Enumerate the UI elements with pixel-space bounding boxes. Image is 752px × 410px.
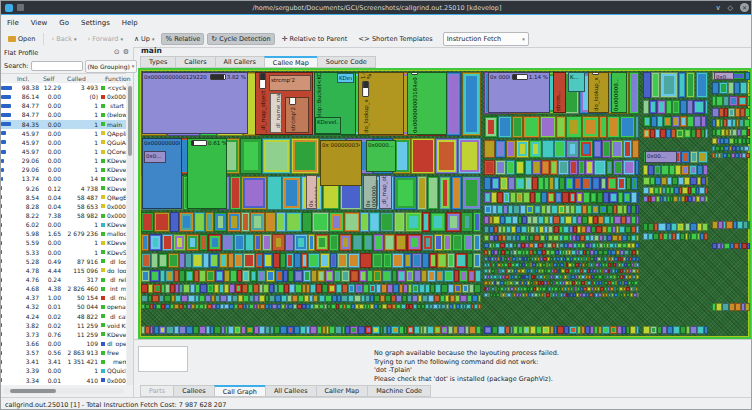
column-function[interactable]: Function (105, 75, 131, 82)
minimize-button[interactable]: ∨ (715, 4, 720, 12)
treemap-cell[interactable] (686, 72, 695, 98)
table-row[interactable]: 4.784.44115 096do_lookup... (1, 266, 126, 275)
treemap-cell[interactable] (677, 223, 685, 231)
treemap-cell[interactable] (716, 96, 723, 106)
treemap-cell[interactable] (523, 116, 540, 138)
treemap-cell[interactable] (454, 284, 461, 293)
treemap-cell[interactable] (391, 326, 399, 334)
up-button[interactable]: ∧ Up ▾ (130, 33, 159, 45)
treemap-cell[interactable] (301, 253, 308, 268)
treemap-cell[interactable] (412, 253, 422, 268)
treemap-cell[interactable] (141, 212, 154, 232)
treemap-cell[interactable] (623, 192, 631, 203)
treemap-function-block[interactable]: 0x 000000... (306, 175, 317, 209)
treemap-cell[interactable] (703, 165, 708, 175)
treemap-cell[interactable] (154, 212, 170, 232)
table-row[interactable]: 45.970.001QCoreAppl... (1, 147, 126, 156)
treemap-cell[interactable] (681, 151, 690, 163)
treemap-cell[interactable] (434, 234, 443, 251)
treemap-cell[interactable] (474, 284, 481, 293)
treemap-cell[interactable] (705, 100, 708, 114)
treemap-cell[interactable] (168, 253, 179, 268)
treemap-cell[interactable] (463, 234, 473, 251)
treemap-cell[interactable] (341, 270, 350, 282)
treemap-cell[interactable] (227, 212, 240, 232)
treemap-cell[interactable] (350, 326, 358, 334)
treemap-cell[interactable] (599, 116, 607, 138)
treemap-cell[interactable] (183, 284, 189, 293)
treemap-cell[interactable] (562, 192, 569, 203)
forward-button[interactable]: › Forward ▾ (83, 33, 126, 45)
treemap-cell[interactable] (443, 234, 452, 251)
treemap-cell[interactable] (744, 119, 750, 127)
treemap-cell[interactable] (590, 192, 597, 203)
treemap-cell[interactable] (532, 160, 541, 175)
treemap-cell[interactable] (339, 234, 351, 251)
treemap-cell[interactable] (427, 176, 439, 210)
treemap-cell[interactable] (437, 253, 447, 268)
treemap-cell[interactable] (452, 234, 463, 251)
treemap-cell[interactable] (498, 116, 512, 138)
treemap-cell[interactable] (636, 257, 638, 261)
treemap-cell[interactable] (534, 205, 542, 214)
treemap-cell[interactable] (181, 295, 188, 302)
treemap-cell[interactable] (660, 129, 667, 138)
treemap-cell[interactable] (303, 270, 312, 282)
treemap-cell[interactable] (722, 303, 729, 311)
treemap-cell[interactable] (447, 253, 455, 268)
treemap-cell[interactable] (738, 96, 747, 106)
treemap-cell[interactable] (350, 270, 359, 282)
treemap-function-block[interactable]: strcmp'20.43 % (285, 97, 309, 133)
treemap-cell[interactable] (529, 140, 541, 158)
treemap-function-block[interactable]: 0x 000000... (363, 175, 377, 209)
treemap-cell[interactable] (696, 72, 708, 98)
treemap-cell[interactable] (636, 263, 639, 267)
treemap-cell[interactable] (690, 177, 697, 185)
treemap-cell[interactable] (704, 233, 708, 240)
treemap-cell[interactable] (551, 205, 558, 214)
treemap-cell[interactable] (141, 253, 151, 268)
grouping-select[interactable]: (No Grouping) ▾ (85, 60, 138, 73)
treemap-cell[interactable] (310, 326, 317, 334)
treemap-cell[interactable] (348, 253, 360, 268)
treemap-cell[interactable] (369, 212, 380, 232)
treemap-cell[interactable] (441, 284, 448, 293)
treemap-cell[interactable] (635, 160, 639, 175)
shorten-templates-toggle[interactable]: <> Shorten Templates (354, 33, 436, 45)
treemap-cell[interactable] (550, 160, 559, 175)
treemap-cell[interactable] (565, 177, 574, 190)
table-row[interactable]: 5.590.001KDevelop::... (1, 238, 126, 247)
treemap-cell[interactable] (451, 176, 462, 210)
treemap-cell[interactable] (747, 96, 750, 106)
menu-view[interactable]: View (25, 17, 54, 29)
treemap-cell[interactable] (473, 234, 481, 251)
treemap-function-block[interactable]: 0x0000... (366, 140, 396, 172)
table-row[interactable]: 4.371.0050 154_dl_map_o... (1, 293, 126, 302)
treemap-cell[interactable] (613, 160, 624, 175)
treemap-cell[interactable] (505, 216, 512, 224)
treemap-cell[interactable] (186, 234, 199, 251)
treemap-function-block[interactable]: 0x 0000000340 34be8 (320, 140, 362, 186)
treemap-cell[interactable] (241, 212, 251, 232)
treemap-cell[interactable] (462, 72, 481, 136)
treemap-cell[interactable] (285, 234, 295, 251)
treemap-cell[interactable] (282, 176, 301, 210)
treemap-cell[interactable] (498, 326, 505, 334)
treemap-cell[interactable] (329, 212, 344, 232)
treemap-cell[interactable] (637, 293, 639, 297)
treemap-cell[interactable] (276, 212, 285, 232)
treemap-cell[interactable] (439, 176, 451, 210)
treemap-cell[interactable] (476, 326, 481, 334)
treemap-cell[interactable] (746, 153, 750, 158)
treemap-cell[interactable] (516, 140, 530, 158)
treemap-cell[interactable] (257, 270, 266, 282)
treemap-cell[interactable] (430, 212, 446, 232)
treemap-cell[interactable] (203, 253, 210, 268)
treemap-cell[interactable] (344, 212, 360, 232)
treemap-cell[interactable] (658, 223, 666, 231)
treemap-cell[interactable] (582, 116, 599, 138)
treemap-cell[interactable] (687, 116, 694, 127)
treemap-cell[interactable] (469, 326, 476, 334)
treemap-cell[interactable] (459, 270, 468, 282)
treemap-cell[interactable] (250, 270, 257, 282)
